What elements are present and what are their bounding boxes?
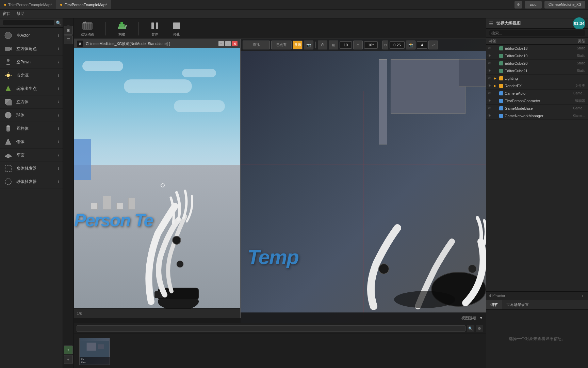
outliner-item-lighting[interactable]: 👁 ▶ Lighting: [486, 75, 588, 82]
panel-item-spheretrigger[interactable]: 球体触发器 ℹ: [0, 175, 63, 188]
bottom-search-input[interactable]: [77, 325, 466, 332]
timer-badge: 01:34: [573, 17, 585, 30]
scale-input[interactable]: [390, 41, 405, 49]
bottom-settings-btn[interactable]: ⚙: [476, 325, 483, 332]
tab-thirdperson[interactable]: ThirdPersonExampleMap*: [0, 0, 56, 9]
outliner-item-editorcube19[interactable]: 👁 EditorCube19 Static: [486, 52, 588, 60]
grid-snap-input[interactable]: [340, 41, 352, 49]
panel-item-camera[interactable]: 立方体角色 ℹ: [0, 42, 63, 56]
panel-item-sphere[interactable]: 球体 ℹ: [0, 109, 63, 122]
tab-firstperson[interactable]: FirstPersonExampleMap*: [56, 0, 111, 9]
eye-icon-20[interactable]: 👁: [488, 61, 492, 65]
preview-bottom-bar: 1项: [74, 308, 240, 318]
menu-help[interactable]: 帮助: [16, 11, 24, 17]
angle-input[interactable]: [364, 41, 378, 49]
detail-tab-world-settings[interactable]: 世界场景设置: [502, 300, 533, 309]
ddc-icon[interactable]: DDC: [525, 1, 542, 9]
tool1-btn[interactable]: ✦: [64, 346, 73, 354]
grid-btn[interactable]: ⊞: [64, 26, 73, 35]
cam-speed-input[interactable]: [417, 41, 427, 49]
item-name-netmgr: GameNetworkManager: [505, 114, 572, 118]
item-name-18: EditorCube18: [505, 46, 575, 50]
list-btn[interactable]: ☰: [64, 35, 73, 44]
cinematic-button[interactable]: 过场动画: [81, 20, 94, 37]
outliner-item-cameraactor[interactable]: 👁 CameraActor Came...: [486, 90, 588, 97]
panel-item-cylinder[interactable]: 圆柱体 ℹ: [0, 122, 63, 135]
boxtrigger-icon: [3, 164, 13, 173]
svg-point-46: [394, 291, 455, 308]
filter-btn[interactable]: 🔍: [467, 325, 474, 332]
sep2: [380, 42, 380, 48]
preview-viewport[interactable]: Person Te: [74, 48, 240, 308]
cube-icon-21: [499, 69, 503, 73]
maximize-button[interactable]: □: [225, 41, 231, 46]
panel-item-cone[interactable]: 锥体 ℹ: [0, 135, 63, 149]
eye-icon-camera[interactable]: 👁: [488, 91, 492, 95]
lit-btn[interactable]: 已点亮: [271, 41, 292, 49]
realtime-btn[interactable]: ⏱: [318, 41, 327, 49]
panel-item-boxtrigger[interactable]: 盒体触发器 ℹ: [0, 162, 63, 175]
svg-marker-19: [5, 154, 12, 158]
box2: [103, 196, 111, 210]
panel-item-plane[interactable]: 平面 ℹ: [0, 149, 63, 162]
warn-btn[interactable]: ⚠: [353, 41, 363, 49]
svg-marker-17: [5, 139, 11, 144]
close-button[interactable]: ✕: [232, 41, 238, 46]
panel-item-empty-actor[interactable]: 空Actor ℹ: [0, 29, 63, 42]
sep1: [315, 42, 316, 48]
fp-char-dot: [499, 99, 503, 103]
build-button[interactable]: 构建: [116, 20, 127, 37]
outliner-item-renderfx[interactable]: 👁 ▶ RenderFX 文件夹: [486, 82, 588, 90]
panel-item-pawn[interactable]: 空Pawn ℹ: [0, 56, 63, 69]
menu-window[interactable]: 窗口: [3, 11, 11, 17]
cinematic-label: 过场动画: [81, 32, 94, 37]
eye-icon-fpchar[interactable]: 👁: [488, 99, 492, 103]
eye-icon-18[interactable]: 👁: [488, 46, 492, 50]
cone-icon: [3, 137, 13, 147]
cinematic-icon: [82, 20, 93, 31]
outliner-item-editorcube20[interactable]: 👁 EditorCube20 Static: [486, 60, 588, 67]
eye-icon-gamemode[interactable]: 👁: [488, 106, 492, 110]
outliner-item-gamenetworkmanager[interactable]: 👁 GameNetworkManager Game...: [486, 112, 588, 120]
stop-label: 停止: [173, 32, 180, 37]
view-options-btn[interactable]: 视图选项: [461, 316, 476, 321]
cam-icon-btn[interactable]: 📸: [406, 41, 415, 49]
outliner-item-firstpersonchar[interactable]: 👁 FirstPersonCharacter 编辑器: [486, 97, 588, 105]
outliner-item-editorcube21[interactable]: 👁 EditorCube21 Static: [486, 67, 588, 75]
cylinder-label: 圆柱体: [16, 126, 54, 132]
eye-icon-21[interactable]: 👁: [488, 69, 492, 73]
camera-label: 立方体角色: [16, 46, 54, 52]
outliner-item-editorcube18[interactable]: 👁 EditorCube18 Static: [486, 45, 588, 52]
chevron-down-icon: ▼: [479, 316, 483, 320]
outliner-add-btn[interactable]: +: [580, 293, 585, 298]
settings-icon[interactable]: ⚙: [514, 1, 522, 9]
tool2-btn[interactable]: +: [64, 355, 73, 364]
show-btn[interactable]: 显示: [293, 41, 303, 49]
panel-item-playerstart[interactable]: 玩家出生点 ℹ: [0, 82, 63, 95]
outliner-search-input[interactable]: [489, 30, 585, 36]
preview-status: 1项: [77, 311, 82, 316]
thumbnail-item[interactable]: Fir Exa: [79, 338, 110, 365]
cone-label: 锥体: [16, 139, 54, 145]
panel-item-cube[interactable]: 立方体 ℹ: [0, 95, 63, 109]
left-search-input[interactable]: [3, 20, 54, 26]
scale-btn[interactable]: ◻: [382, 41, 388, 49]
panel-item-pointlight[interactable]: 点光源 ℹ: [0, 69, 63, 82]
search-icon: 🔍: [56, 20, 61, 26]
stop-icon: [171, 20, 182, 31]
eye-icon-netmgr[interactable]: 👁: [488, 114, 492, 118]
grid-btn[interactable]: ⊞: [329, 41, 338, 49]
eye-icon-renderfx[interactable]: 👁: [488, 84, 492, 88]
eye-icon-19[interactable]: 👁: [488, 54, 492, 58]
outliner-item-gamemodebase[interactable]: 👁 GameModeBase Game...: [486, 105, 588, 112]
right-viewport[interactable]: Temp: [241, 39, 486, 323]
maximize-vp-btn[interactable]: ⤢: [428, 41, 438, 49]
playerstart-icon: [3, 84, 13, 93]
perspective-btn[interactable]: 透视: [243, 41, 270, 49]
camera-speed-btn[interactable]: 📷: [304, 41, 313, 49]
pause-button[interactable]: 暂停: [149, 20, 160, 37]
minimize-button[interactable]: −: [218, 41, 224, 46]
detail-tab-details[interactable]: 细节: [486, 300, 502, 309]
stop-button[interactable]: 停止: [171, 20, 182, 37]
eye-icon-lighting[interactable]: 👁: [488, 76, 492, 80]
